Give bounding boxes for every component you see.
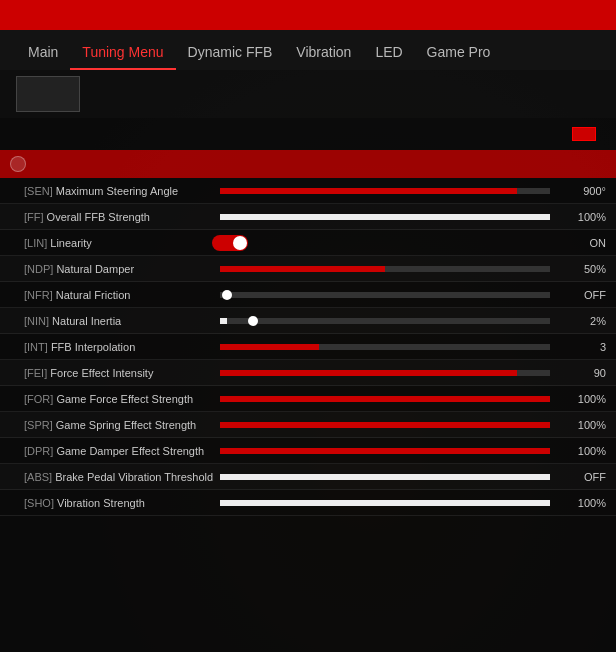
setting-label: [FF] Overall FFB Strength [24, 211, 204, 223]
device-setup-header [0, 118, 616, 150]
setting-row: [NFR] Natural FrictionOFF [0, 282, 616, 308]
device-indicator [572, 127, 596, 141]
menu-separator [518, 13, 526, 17]
setting-row: [FOR] Game Force Effect Strength100% [0, 386, 616, 412]
setting-label: [SEN] Maximum Steering Angle [24, 185, 204, 197]
content-area: [SEN] Maximum Steering Angle900°[FF] Ove… [0, 118, 616, 652]
slider-track[interactable] [220, 188, 550, 194]
nav-item-vibration[interactable]: Vibration [284, 36, 363, 70]
slider-fill [220, 474, 550, 480]
menu-items [510, 13, 534, 17]
setting-label: [FOR] Game Force Effect Strength [24, 393, 204, 405]
setting-row: [SHO] Vibration Strength100% [0, 490, 616, 516]
slider-track[interactable] [220, 318, 550, 324]
setting-row: [NDP] Natural Damper50% [0, 256, 616, 282]
setting-row: [SEN] Maximum Steering Angle900° [0, 178, 616, 204]
slider-track[interactable] [220, 344, 550, 350]
slider-track[interactable] [220, 422, 550, 428]
setting-label: [SPR] Game Spring Effect Strength [24, 419, 204, 431]
setting-row: [NIN] Natural Inertia2% [0, 308, 616, 334]
nav-bar: MainTuning MenuDynamic FFBVibrationLEDGa… [0, 30, 616, 70]
slider-fill [220, 500, 550, 506]
setting-value: 100% [566, 445, 606, 457]
nav-item-tuning-menu[interactable]: Tuning Menu [70, 36, 175, 70]
setting-value: 100% [566, 497, 606, 509]
setting-value: 100% [566, 393, 606, 405]
slider-fill [220, 396, 550, 402]
slider-track[interactable] [220, 266, 550, 272]
setting-value: 2% [566, 315, 606, 327]
maximize-button[interactable] [566, 5, 586, 25]
slider-thumb [248, 316, 258, 326]
collapse-button[interactable] [10, 156, 26, 172]
setting-label: [INT] FFB Interpolation [24, 341, 204, 353]
setting-value: OFF [566, 471, 606, 483]
slider-track[interactable] [220, 474, 550, 480]
setting-row: [DPR] Game Damper Effect Strength100% [0, 438, 616, 464]
slider-track[interactable] [220, 214, 550, 220]
setting-row: [FEI] Force Effect Intensity90 [0, 360, 616, 386]
setting-value: 100% [566, 419, 606, 431]
device-panel [0, 150, 616, 178]
slider-thumb [222, 290, 232, 300]
slider-fill [220, 370, 517, 376]
menu-about[interactable] [526, 13, 534, 17]
setting-label: [ABS] Brake Pedal Vibration Threshold [24, 471, 204, 483]
setting-row: [SPR] Game Spring Effect Strength100% [0, 412, 616, 438]
minimize-button[interactable] [544, 5, 564, 25]
setting-value: 90 [566, 367, 606, 379]
slider-track[interactable] [220, 448, 550, 454]
profile-bar [0, 70, 616, 118]
settings-list: [SEN] Maximum Steering Angle900°[FF] Ove… [0, 178, 616, 652]
slider-track[interactable] [220, 396, 550, 402]
setting-row: [LIN] LinearityON [0, 230, 616, 256]
setting-row: [ABS] Brake Pedal Vibration ThresholdOFF [0, 464, 616, 490]
slider-track[interactable] [220, 500, 550, 506]
nav-item-led[interactable]: LED [363, 36, 414, 70]
setting-row: [INT] FFB Interpolation3 [0, 334, 616, 360]
nav-item-game-pro[interactable]: Game Pro [415, 36, 503, 70]
setting-value: ON [566, 237, 606, 249]
slider-fill [220, 188, 517, 194]
setting-value: 100% [566, 211, 606, 223]
slider-fill [220, 214, 550, 220]
setting-value: 50% [566, 263, 606, 275]
setting-value: 900° [566, 185, 606, 197]
slider-fill [220, 266, 385, 272]
setting-label: [DPR] Game Damper Effect Strength [24, 445, 204, 457]
setting-label: [LIN] Linearity [24, 237, 204, 249]
slider-fill [220, 422, 550, 428]
title-bar-controls [510, 5, 608, 25]
toggle-knob [233, 236, 247, 250]
close-button[interactable] [588, 5, 608, 25]
slider-track[interactable] [220, 370, 550, 376]
toggle-switch[interactable] [212, 235, 248, 251]
setting-label: [SHO] Vibration Strength [24, 497, 204, 509]
setting-row: [FF] Overall FFB Strength100% [0, 204, 616, 230]
slider-fill [220, 318, 227, 324]
device-header-right [572, 127, 604, 141]
profile-thumbnail [16, 76, 80, 112]
setting-value: OFF [566, 289, 606, 301]
setting-label: [NIN] Natural Inertia [24, 315, 204, 327]
setting-value: 3 [566, 341, 606, 353]
slider-fill [220, 344, 319, 350]
title-bar [0, 0, 616, 30]
slider-fill [220, 448, 550, 454]
slider-track[interactable] [220, 292, 550, 298]
menu-settings[interactable] [510, 13, 518, 17]
setting-label: [FEI] Force Effect Intensity [24, 367, 204, 379]
setting-label: [NFR] Natural Friction [24, 289, 204, 301]
setting-label: [NDP] Natural Damper [24, 263, 204, 275]
nav-item-main[interactable]: Main [16, 36, 70, 70]
nav-item-dynamic-ffb[interactable]: Dynamic FFB [176, 36, 285, 70]
